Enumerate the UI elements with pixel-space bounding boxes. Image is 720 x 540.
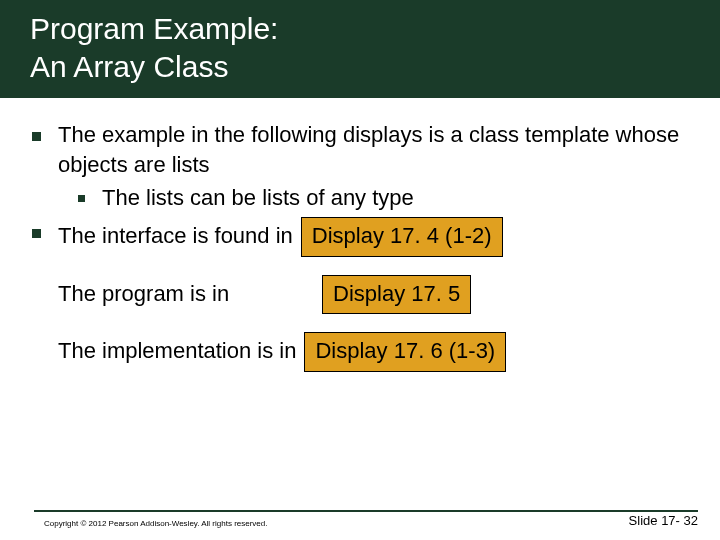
line-implementation-text: The implementation is in — [58, 336, 296, 366]
display-link-17-4[interactable]: Display 17. 4 (1-2) — [301, 217, 503, 257]
title-line-1: Program Example: — [30, 12, 278, 45]
display-link-17-6[interactable]: Display 17. 6 (1-3) — [304, 332, 506, 372]
display-link-17-5[interactable]: Display 17. 5 — [322, 275, 471, 315]
line-program: The program is in Display 17. 5 — [58, 275, 692, 315]
bullet-1-text: The example in the following displays is… — [58, 122, 679, 177]
square-bullet-icon — [78, 195, 85, 202]
copyright-text: Copyright © 2012 Pearson Addison-Wesley.… — [44, 519, 268, 528]
bullet-item-2: The interface is found in Display 17. 4 … — [58, 217, 692, 257]
bullet-item-1: The example in the following displays is… — [58, 120, 692, 179]
line-implementation: The implementation is in Display 17. 6 (… — [58, 332, 692, 372]
slide-content: The example in the following displays is… — [0, 98, 720, 372]
sub-bullet-item-1: The lists can be lists of any type — [58, 183, 692, 213]
footer-divider — [34, 510, 698, 512]
title-line-2: An Array Class — [30, 50, 228, 83]
square-bullet-icon — [32, 132, 41, 141]
sub-bullet-1-text: The lists can be lists of any type — [102, 185, 414, 210]
square-bullet-icon — [32, 229, 41, 238]
slide-number: Slide 17- 32 — [629, 513, 698, 528]
title-bar: Program Example: An Array Class — [0, 0, 720, 98]
slide-title: Program Example: An Array Class — [30, 10, 720, 85]
bullet-2-text: The interface is found in — [58, 221, 293, 251]
slide-footer: Copyright © 2012 Pearson Addison-Wesley.… — [0, 513, 720, 528]
line-program-text: The program is in — [58, 279, 314, 309]
